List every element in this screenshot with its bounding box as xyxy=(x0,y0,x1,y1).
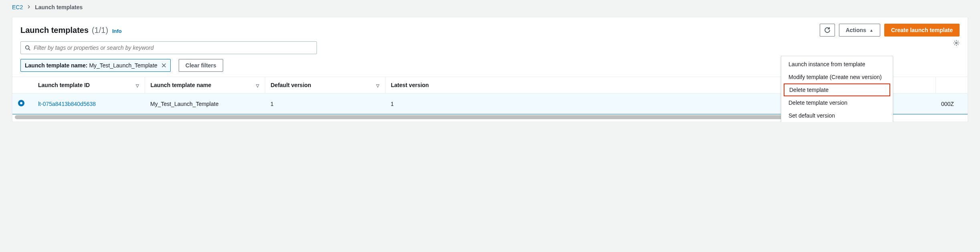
panel-title: Launch templates xyxy=(20,26,89,35)
col-id-label: Launch template ID xyxy=(38,82,90,88)
filter-chip-label: Launch template name: xyxy=(25,62,87,69)
chevron-right-icon xyxy=(27,4,31,10)
caret-up-icon: ▲ xyxy=(869,28,873,33)
col-name-label: Launch template name xyxy=(151,82,212,88)
menu-delete-template-version[interactable]: Delete template version xyxy=(781,96,893,109)
panel-count: (1/1) xyxy=(92,26,108,35)
svg-point-0 xyxy=(956,42,957,44)
clear-filters-button[interactable]: Clear filters xyxy=(179,59,223,72)
row-name-cell: My_Test_Launch_Template xyxy=(145,93,265,114)
info-link[interactable]: Info xyxy=(112,28,122,34)
breadcrumb-root-link[interactable]: EC2 xyxy=(12,4,23,10)
col-select xyxy=(12,77,32,93)
filter-chip-name[interactable]: Launch template name: My_Test_Launch_Tem… xyxy=(20,59,171,72)
sort-icon: ▽ xyxy=(376,82,379,88)
settings-button[interactable] xyxy=(953,40,960,47)
menu-set-default-version[interactable]: Set default version xyxy=(781,109,893,122)
filter-chip-value: My_Test_Launch_Template xyxy=(89,62,157,69)
template-id-link[interactable]: lt-075a8413b840d5638 xyxy=(38,101,96,107)
search-icon xyxy=(25,45,30,51)
search-input[interactable] xyxy=(34,45,313,51)
create-launch-template-button[interactable]: Create launch template xyxy=(884,24,960,37)
col-latest-label: Latest version xyxy=(391,82,429,88)
menu-delete-template[interactable]: Delete template xyxy=(784,83,890,96)
sort-icon: ▽ xyxy=(136,82,139,88)
svg-point-1 xyxy=(26,46,29,49)
actions-button[interactable]: Actions ▲ xyxy=(839,24,880,37)
menu-launch-instance[interactable]: Launch instance from template xyxy=(781,58,893,71)
col-default-label: Default version xyxy=(271,82,311,88)
col-name[interactable]: Launch template name ▽ xyxy=(145,77,265,93)
menu-modify-template[interactable]: Modify template (Create new version) xyxy=(781,71,893,83)
sort-icon: ▽ xyxy=(256,82,259,88)
actions-button-label: Actions xyxy=(846,27,866,33)
actions-dropdown: Launch instance from template Modify tem… xyxy=(781,56,893,122)
radio-selected-icon[interactable] xyxy=(18,100,24,106)
search-field[interactable] xyxy=(20,41,317,54)
refresh-icon xyxy=(824,27,831,33)
remove-chip-button[interactable] xyxy=(161,63,166,68)
breadcrumb-current: Launch templates xyxy=(35,4,83,10)
gear-icon xyxy=(953,40,960,46)
col-tail xyxy=(936,77,968,93)
row-select-cell[interactable] xyxy=(12,93,32,114)
refresh-button[interactable] xyxy=(820,24,835,37)
close-icon xyxy=(161,63,166,68)
row-default-cell: 1 xyxy=(265,93,385,114)
launch-templates-panel: Launch templates (1/1) Info Actions ▲ Cr… xyxy=(12,17,968,122)
row-id-cell: lt-075a8413b840d5638 xyxy=(32,93,145,114)
breadcrumb: EC2 Launch templates xyxy=(0,0,980,17)
horizontal-scrollbar[interactable] xyxy=(15,115,810,119)
col-id[interactable]: Launch template ID ▽ xyxy=(32,77,145,93)
panel-header: Launch templates (1/1) Info Actions ▲ Cr… xyxy=(12,17,968,40)
col-default[interactable]: Default version ▽ xyxy=(265,77,385,93)
row-tail-cell: 000Z xyxy=(936,93,968,114)
panel-title-group: Launch templates (1/1) Info xyxy=(20,26,122,35)
header-actions: Actions ▲ Create launch template xyxy=(820,24,960,37)
